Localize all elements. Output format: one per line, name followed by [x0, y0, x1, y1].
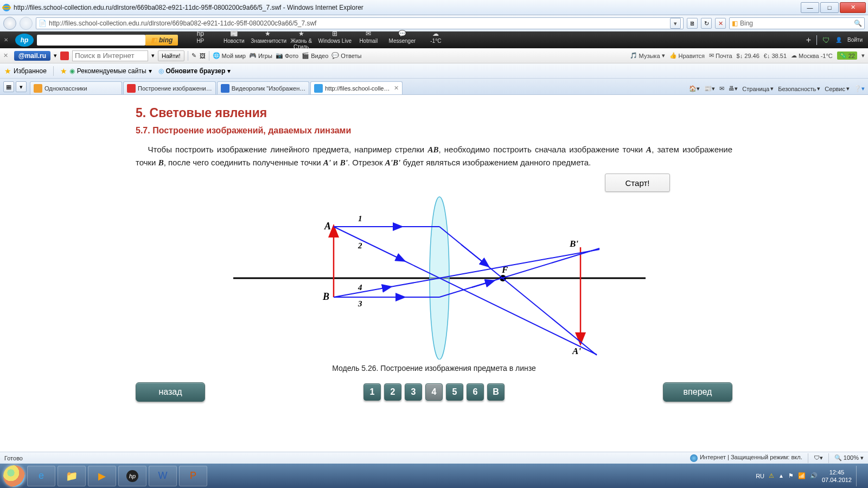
svg-text:A': A': [572, 346, 581, 356]
page-square-1[interactable]: 1: [363, 383, 381, 401]
mailru-answers-link[interactable]: 💬 Ответы: [331, 52, 361, 59]
hp-link-4[interactable]: ⊞Windows Live: [318, 30, 352, 50]
refresh-button[interactable]: ↻: [701, 18, 712, 29]
start-button-orb[interactable]: [3, 465, 25, 487]
hp-profile-icon[interactable]: 👤: [835, 37, 842, 43]
mailru-close-icon[interactable]: ✕: [3, 52, 11, 59]
taskbar-explorer-icon[interactable]: 📁: [58, 466, 86, 486]
tab-close-icon[interactable]: ✕: [394, 85, 399, 92]
taskbar-ie-icon[interactable]: e: [27, 466, 55, 486]
tab-2[interactable]: Видеоролик "Изображен…: [217, 81, 310, 94]
url-dropdown-icon[interactable]: ▾: [670, 18, 681, 29]
yandex-icon[interactable]: [60, 52, 69, 60]
hp-link-0[interactable]: hpHP: [183, 30, 217, 50]
mailru-weather[interactable]: ☁ Москва -1°C: [791, 52, 833, 59]
status-protected-icon[interactable]: 🛡▾: [814, 454, 823, 461]
page-menu[interactable]: Страница▾: [742, 85, 774, 92]
svg-text:B: B: [322, 291, 329, 302]
url-input[interactable]: 📄 http://files.school-collection.edu.ru/…: [36, 17, 684, 29]
show-desktop-button[interactable]: [856, 466, 861, 486]
mailru-pic-icon[interactable]: 🖼: [200, 53, 206, 59]
help-icon[interactable]: ❔▾: [854, 85, 865, 92]
tray-show-hidden-icon[interactable]: ▲: [778, 473, 784, 479]
nav-back-button[interactable]: назад: [136, 382, 205, 402]
hp-link-7[interactable]: ☁-1°C: [419, 30, 452, 50]
taskbar-hp-icon[interactable]: hp: [118, 466, 146, 486]
minimize-button[interactable]: —: [801, 2, 819, 13]
tab-3[interactable]: http://files.school-colle…✕: [310, 81, 403, 94]
mailru-mail-link[interactable]: ✉ Почта: [709, 52, 732, 59]
feeds-icon[interactable]: 📰▾: [704, 85, 715, 92]
tray-volume-icon[interactable]: 🔊: [810, 472, 818, 479]
home-icon[interactable]: 🏠▾: [689, 85, 700, 92]
print-icon[interactable]: 🖶▾: [729, 85, 738, 92]
mailru-music-link[interactable]: 🎵 Музыка▾: [630, 52, 665, 59]
mailru-search-dropdown-icon[interactable]: ▾: [151, 52, 155, 59]
mailru-like-link[interactable]: 👍 Нравится: [669, 52, 705, 59]
tools-menu[interactable]: Сервис▾: [825, 85, 850, 92]
back-button[interactable]: [3, 17, 16, 30]
svg-line-15: [461, 245, 488, 266]
hp-login-link[interactable]: Войти: [847, 37, 863, 43]
search-go-icon[interactable]: 🔍: [854, 20, 862, 27]
close-button[interactable]: ✕: [840, 2, 866, 13]
tray-action-icon[interactable]: ⚠: [769, 472, 774, 479]
mailru-search-input[interactable]: [72, 50, 148, 61]
tray-lang[interactable]: RU: [756, 473, 764, 479]
hp-link-2[interactable]: ★Знаменитости: [251, 30, 284, 50]
tray-clock[interactable]: 12:45 07.04.2012: [822, 468, 852, 484]
hp-link-6[interactable]: 💬Messenger: [385, 30, 419, 50]
mailru-logo[interactable]: @mail.ru: [14, 51, 50, 61]
favorites-button[interactable]: ★Избранное: [4, 67, 47, 75]
hp-add-icon[interactable]: +: [806, 35, 811, 45]
mailru-search-button[interactable]: Найти!: [158, 50, 184, 61]
hp-search-input[interactable]: [37, 35, 145, 46]
mailru-dropdown-icon[interactable]: ▾: [54, 52, 57, 59]
mailru-photo-link[interactable]: 📷 Фото: [276, 52, 298, 59]
page-square-3[interactable]: 3: [405, 383, 422, 401]
nav-forward-button[interactable]: вперед: [663, 382, 732, 402]
hp-link-3[interactable]: ★Жизнь & Стиль: [284, 30, 318, 50]
mailru-mymir-link[interactable]: 🌐 Мой мир: [213, 52, 246, 59]
readmail-icon[interactable]: ✉: [719, 85, 724, 92]
tab-list-icon[interactable]: ▾: [16, 81, 27, 92]
article-heading: 5. Световые явления: [136, 106, 732, 120]
taskbar-media-icon[interactable]: ▶: [88, 466, 116, 486]
mailru-more-icon[interactable]: ▾: [861, 52, 865, 59]
ie-small-icon: ◎: [158, 67, 164, 75]
mailru-badge[interactable]: 🦠 22: [837, 52, 857, 60]
search-box[interactable]: ◧ Bing 🔍: [729, 17, 865, 29]
tray-network-icon[interactable]: 📶: [798, 472, 806, 479]
safety-menu[interactable]: Безопасность▾: [778, 85, 820, 92]
mailru-video-link[interactable]: 🎬 Видео: [302, 52, 328, 59]
page-square-В[interactable]: В: [487, 383, 505, 401]
page-square-6[interactable]: 6: [467, 383, 484, 401]
forward-button[interactable]: [20, 17, 33, 30]
mailru-games-link[interactable]: 🎮 Игры: [249, 52, 272, 59]
mailru-edit-icon[interactable]: ✎: [192, 52, 196, 59]
maximize-button[interactable]: □: [820, 2, 839, 13]
hp-link-1[interactable]: 📰Новости: [217, 30, 251, 50]
tab-1[interactable]: Построение изображени…: [123, 81, 216, 94]
status-text: Готово: [4, 455, 23, 461]
compat-button[interactable]: 🗎: [687, 18, 698, 29]
hp-close-icon[interactable]: ✕: [0, 37, 12, 43]
page-square-4[interactable]: 4: [425, 383, 443, 401]
zoom-control[interactable]: 🔍 100% ▾: [834, 454, 864, 461]
fav-suggested-sites[interactable]: ★◉ Рекомендуемые сайты ▾: [60, 67, 152, 75]
stop-button[interactable]: ✕: [715, 18, 726, 29]
tray-flag-icon[interactable]: ⚑: [788, 472, 794, 479]
quick-tabs-icon[interactable]: ▦: [3, 81, 14, 92]
hp-bing-button[interactable]: ◧bing: [145, 35, 178, 46]
fav-upgrade-browser[interactable]: ◎ Обновите браузер ▾: [158, 67, 231, 75]
taskbar-powerpoint-icon[interactable]: P: [179, 466, 207, 486]
page-square-2[interactable]: 2: [384, 383, 401, 401]
hp-link-5[interactable]: ✉Hotmail: [352, 30, 385, 50]
svg-text:3: 3: [358, 299, 362, 308]
tab-0[interactable]: Одноклассники: [30, 81, 122, 94]
page-square-5[interactable]: 5: [446, 383, 463, 401]
hp-logo-icon[interactable]: hp: [15, 34, 34, 47]
taskbar-word-icon[interactable]: W: [149, 466, 177, 486]
shield-icon[interactable]: 🛡: [822, 36, 830, 44]
search-placeholder: Bing: [740, 20, 753, 27]
